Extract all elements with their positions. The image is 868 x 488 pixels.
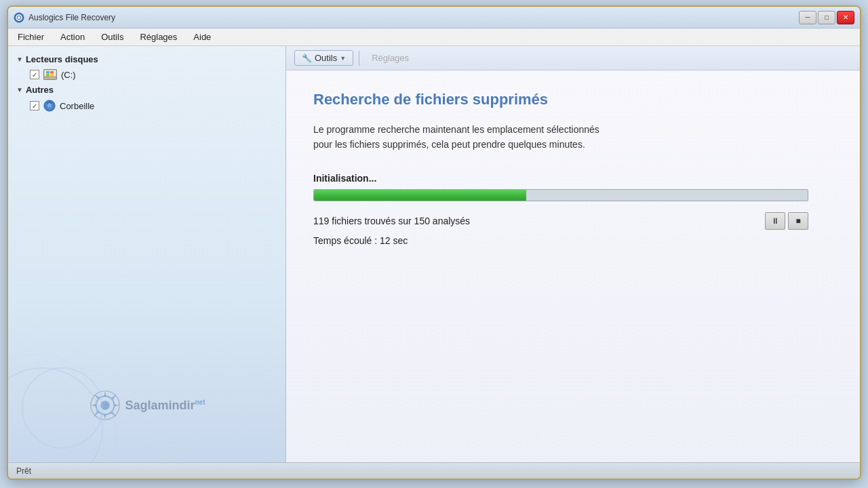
stats-text: 119 fichiers trouvés sur 150 analysés (313, 216, 470, 226)
outils-dropdown-arrow: ▼ (340, 55, 346, 62)
content-title: Recherche de fichiers supprimés (313, 91, 833, 108)
sidebar-recycle-bin[interactable]: ✓ Corbeille (8, 98, 285, 114)
svg-point-15 (100, 401, 109, 409)
sidebar-others-section[interactable]: ▼ Autres (8, 82, 285, 98)
app-icon (14, 12, 24, 23)
status-bar: Prêt (8, 462, 860, 479)
stats-row: 119 fichiers trouvés sur 150 analysés ⏸ … (313, 212, 808, 230)
drive-c-label: (C:) (61, 70, 76, 80)
progress-label: Initialisation... (313, 173, 833, 184)
svg-rect-5 (44, 77, 56, 79)
desc-line1: Le programme recherche maintenant les em… (313, 124, 599, 135)
title-bar: Auslogics File Recovery ─ □ ✕ (8, 7, 860, 28)
window-title: Auslogics File Recovery (28, 13, 115, 22)
svg-rect-8 (46, 74, 50, 77)
outils-icon: 🔧 (302, 54, 312, 63)
others-arrow: ▼ (16, 86, 23, 94)
progress-bar (313, 189, 808, 201)
status-text: Prêt (16, 466, 31, 476)
menu-aide[interactable]: Aide (186, 30, 218, 43)
maximize-button[interactable]: □ (818, 11, 835, 24)
svg-rect-9 (50, 74, 54, 77)
window-controls: ─ □ ✕ (799, 11, 854, 24)
minimize-button[interactable]: ─ (799, 11, 816, 24)
toolbar: 🔧 Outils ▼ Réglages (286, 46, 860, 70)
desc-line2: pour les fichiers supprimés, cela peut p… (313, 139, 585, 150)
drives-label: Lecteurs disques (26, 54, 98, 64)
content-body: Recherche de fichiers supprimés Le progr… (286, 70, 860, 462)
sidebar: ▼ Lecteurs disques ✓ (8, 46, 286, 462)
recycle-icon (43, 100, 56, 112)
title-bar-left: Auslogics File Recovery (14, 12, 115, 23)
sidebar-logo: Saglamindirnet (88, 389, 205, 422)
reglages-label: Réglages (365, 51, 416, 65)
svg-rect-6 (46, 71, 50, 74)
sidebar-drive-c[interactable]: ✓ (C:) (8, 67, 285, 82)
recycle-checkbox[interactable]: ✓ (30, 101, 39, 110)
main-window: Auslogics File Recovery ─ □ ✕ Fichier Ac… (7, 5, 861, 480)
stop-icon: ■ (795, 216, 800, 226)
main-area: ▼ Lecteurs disques ✓ (8, 46, 860, 462)
menu-outils[interactable]: Outils (94, 30, 130, 43)
drives-arrow: ▼ (16, 56, 23, 63)
content-description: Le programme recherche maintenant les em… (313, 122, 788, 152)
drive-c-checkbox[interactable]: ✓ (30, 70, 39, 79)
time-elapsed: Temps écoulé : 12 sec (313, 235, 833, 246)
logo-text: Saglamindirnet (125, 399, 205, 413)
outils-button[interactable]: 🔧 Outils ▼ (294, 50, 353, 66)
close-button[interactable]: ✕ (837, 11, 854, 24)
menu-fichier[interactable]: Fichier (11, 30, 51, 43)
stop-button[interactable]: ■ (788, 212, 808, 230)
sidebar-drives-section[interactable]: ▼ Lecteurs disques (8, 52, 285, 67)
progress-fill (314, 190, 526, 201)
svg-point-2 (18, 16, 20, 19)
content-panel: 🔧 Outils ▼ Réglages Recherche de fichier… (286, 46, 860, 462)
recycle-label: Corbeille (60, 101, 94, 111)
others-label: Autres (26, 85, 54, 95)
outils-label: Outils (315, 53, 337, 63)
menu-reglages[interactable]: Réglages (133, 30, 184, 43)
drive-c-icon (43, 69, 57, 80)
svg-rect-7 (50, 71, 54, 74)
control-buttons: ⏸ ■ (765, 212, 808, 230)
menu-bar: Fichier Action Outils Réglages Aide (8, 28, 860, 46)
toolbar-separator (359, 51, 359, 66)
pause-icon: ⏸ (771, 216, 779, 226)
menu-action[interactable]: Action (54, 30, 92, 43)
pause-button[interactable]: ⏸ (765, 212, 785, 230)
